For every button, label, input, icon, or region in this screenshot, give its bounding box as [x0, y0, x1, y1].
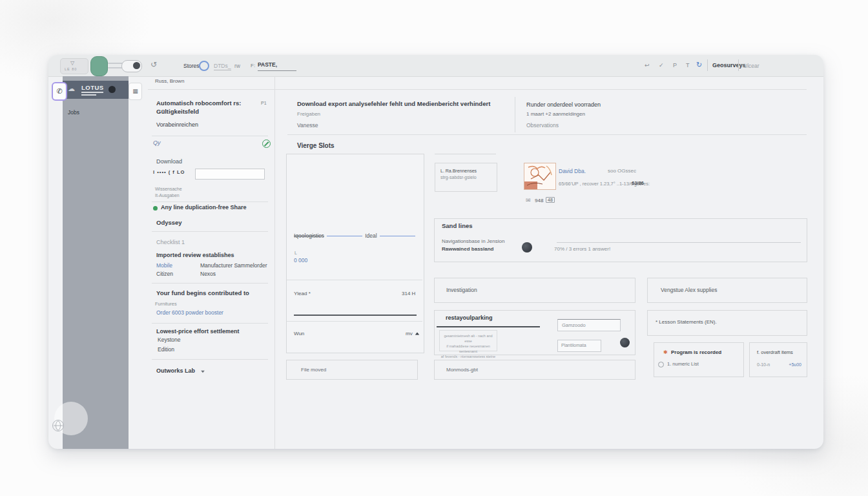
file-moved-box[interactable]: File moved [286, 360, 418, 380]
overdraft-left: 0-10-n [757, 362, 770, 367]
order-link[interactable]: Order 6003 powder booster [156, 309, 223, 316]
download-label[interactable]: Download [156, 158, 182, 165]
paste-underline [258, 70, 296, 71]
sync-icon[interactable]: ↻ [696, 61, 702, 69]
rw-label[interactable]: rw [234, 63, 240, 69]
grid-button[interactable]: ▦ [129, 83, 142, 100]
lesson-box[interactable]: * Lesson Statements (EN). [647, 310, 807, 336]
overdraft-box[interactable]: f. overdraft items 0-10-n +5u00 [749, 342, 807, 377]
fine-print-block: gesamtnietmesh alt - nach and esse if ma… [439, 330, 497, 351]
text-input[interactable] [195, 169, 265, 180]
cloud-icon: ☁ [68, 85, 75, 93]
dtds-underline [214, 70, 231, 70]
outworks-label[interactable]: Outworks Lab [156, 367, 195, 374]
refresh-icon[interactable]: ↺ [150, 60, 157, 69]
masked-value: l •••• ( f LO [153, 169, 185, 175]
header-right-meta: Observations [526, 122, 559, 129]
app-dock-icon[interactable]: ✆ [52, 82, 67, 101]
top-divider [148, 89, 807, 90]
chevron-down-icon [201, 371, 205, 373]
tray-button[interactable]: ▽ LE 80 [60, 58, 88, 74]
avatar[interactable] [620, 338, 630, 347]
divider [152, 202, 268, 202]
prohibited-icon[interactable] [262, 140, 271, 148]
clear-label[interactable]: Ulcear [743, 63, 760, 69]
overview-label[interactable]: Geosurveys [712, 62, 746, 68]
globe-icon[interactable] [52, 420, 64, 431]
f-label[interactable]: F: [251, 63, 255, 68]
program-box[interactable]: ✱ Program is recorded 1. numeric List [654, 342, 744, 377]
plantilomata-placeholder: Plantilomata [561, 343, 586, 347]
author-link[interactable]: David Dba. [559, 168, 586, 174]
check-icon[interactable]: ✓ [659, 62, 664, 68]
input-underline[interactable] [294, 315, 417, 316]
mail-badge-icon[interactable]: ✉ [526, 197, 531, 203]
toolbar-separator [707, 59, 708, 71]
attachment-thumbnail[interactable] [524, 163, 556, 190]
sidebar [63, 76, 129, 449]
supplies-box[interactable]: Vengstue Alex supplies [647, 278, 807, 303]
plantilomata-field[interactable]: Plantilomata [557, 340, 601, 352]
gamzoodo-placeholder: Gamzoodo [562, 322, 586, 328]
sidebar-item-jobs[interactable]: Jobs [68, 109, 79, 116]
sand-title: Sand lines [442, 222, 473, 229]
p-tool-icon[interactable]: P [673, 62, 677, 68]
resto-underline [437, 326, 540, 327]
odyssey-label[interactable]: Odyssey [156, 219, 182, 226]
investigation-box[interactable]: Investigation [434, 278, 636, 303]
brand-underline [81, 92, 103, 93]
imported-heading: Imported review establishes [156, 252, 234, 258]
avatar[interactable] [522, 242, 532, 253]
record-circle-icon[interactable] [199, 61, 209, 71]
header-right-sub: 1 maart +2 aanmeldingen [526, 111, 585, 117]
monmods-label: Monmods-gbt [446, 367, 478, 373]
dtds-label[interactable]: DTDs_ [214, 63, 231, 69]
note-card[interactable]: L. Ra.Brennenses strg-sabdsr-gsielo [435, 163, 497, 192]
account-label[interactable]: Russ, Brown [155, 78, 184, 84]
toolbar-toggle[interactable] [121, 60, 142, 72]
mobile-link[interactable]: Mobile [156, 262, 172, 269]
sand-line [557, 242, 801, 243]
badge-tag: 48 [546, 197, 555, 203]
toggle-knob [133, 62, 140, 69]
tray-button-label: LE 80 [65, 67, 77, 71]
paste-tab-label[interactable]: PASTE, [258, 61, 277, 68]
divider [152, 323, 268, 324]
wun-label: Wun [294, 331, 304, 336]
keystone-label: Keystone [158, 336, 180, 343]
profile-pill[interactable] [90, 56, 108, 76]
sort-up-icon[interactable] [415, 333, 419, 335]
page-meta: Vanesse [297, 122, 318, 129]
strike-row[interactable]: Iqoologistics Ideal [294, 232, 415, 239]
lowest-heading: Lowest-price effort settlement [156, 328, 240, 335]
status-dot-icon[interactable] [108, 86, 116, 93]
overdraft-link[interactable]: +5u00 [789, 362, 801, 367]
column-divider [274, 76, 275, 449]
divider [152, 231, 268, 232]
sand-row-value: 70% / 3 errors 1 answer! [554, 246, 610, 252]
comment-detail-strong: 63/86 [632, 180, 644, 186]
nexos-label: Nexos [200, 271, 216, 277]
divider [152, 136, 268, 136]
share-option-label[interactable]: Any line duplication-free Share [161, 204, 247, 211]
signature-scribble: Qy [153, 140, 161, 146]
connector-line [327, 236, 362, 236]
asterisk-icon: ✱ [663, 349, 668, 355]
zero-link[interactable]: 0 000 [294, 257, 307, 264]
lesson-label: * Lesson Statements (EN). [656, 319, 717, 325]
note-card-line2: strg-sabdsr-gsielo [440, 174, 491, 181]
gamzoodo-field[interactable]: Gamzoodo [557, 319, 621, 331]
filter-subheading: Vorabeinreichen [156, 121, 198, 128]
slots-panel [286, 154, 424, 353]
monmods-box[interactable]: Monmods-gbt [434, 360, 636, 380]
undo-icon[interactable]: ↩ [645, 62, 650, 68]
stores-label[interactable]: Stores [183, 63, 200, 69]
sand-sub: Navigationsbase in Jension [442, 238, 504, 244]
heading-badge: P1 [261, 101, 267, 105]
green-status-dot [153, 206, 158, 211]
t-tool-icon[interactable]: T [686, 62, 690, 68]
investigation-label: Investigation [446, 287, 477, 293]
brand-logo: LOTUS [81, 84, 104, 91]
file-moved-label: File moved [301, 367, 326, 373]
page-subtitle: Freigaben [297, 111, 320, 117]
